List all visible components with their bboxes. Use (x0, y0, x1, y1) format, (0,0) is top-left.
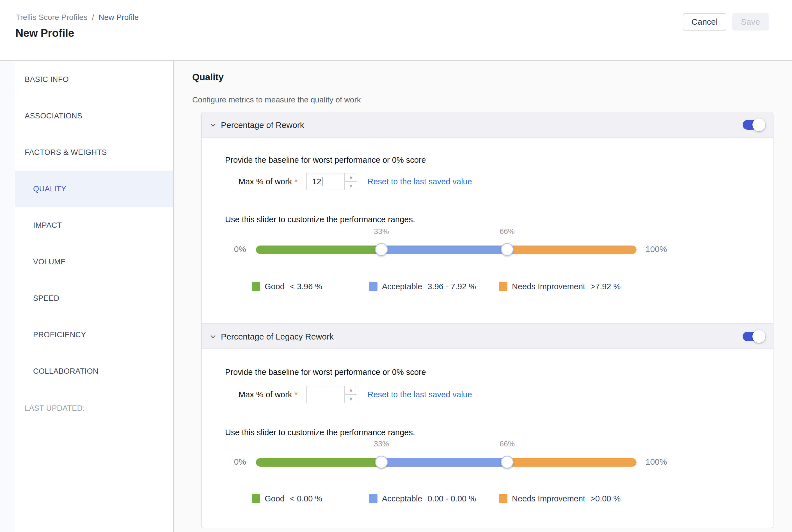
breadcrumb-separator: / (92, 13, 94, 22)
baseline-field-row: Max % of work * ∧ ∨ Reset to the last sa… (239, 385, 472, 403)
slider-segment-acceptable (381, 458, 507, 467)
sidebar-item-label: SPEED (33, 294, 59, 303)
sidebar-item-factors-weights[interactable]: FACTORS & WEIGHTS (15, 134, 173, 171)
chevron-down-icon[interactable] (209, 332, 217, 341)
handle-label-66: 66% (488, 440, 527, 449)
slider-heading: Use this slider to customize the perform… (225, 428, 415, 437)
chevron-up-icon: ∧ (349, 174, 353, 180)
page-header: Trellis Score Profiles / New Profile New… (0, 0, 792, 61)
legend-swatch-good (252, 494, 260, 503)
slider-handle-66[interactable] (501, 456, 514, 469)
section-title: Percentage of Rework (221, 112, 304, 138)
legend-value: >7.92 % (590, 282, 621, 291)
legend-swatch-acceptable (369, 282, 377, 291)
slider-max-label: 100% (645, 457, 667, 467)
chevron-down-icon[interactable] (209, 121, 217, 129)
legend-item-good: Good < 0.00 % (252, 494, 322, 504)
legend-item-needs-improvement: Needs Improvement >0.00 % (499, 494, 621, 504)
toggle-knob (752, 330, 765, 343)
number-spinner: ∧ ∨ (344, 173, 357, 190)
legend-item-acceptable: Acceptable 3.96 - 7.92 % (369, 282, 476, 291)
legend-label: Acceptable (382, 282, 422, 291)
sidebar-item-proficiency[interactable]: PROFICIENCY (15, 317, 173, 353)
chevron-down-icon: ∨ (349, 396, 353, 402)
app-root: Trellis Score Profiles / New Profile New… (0, 0, 792, 532)
sidebar-item-label: FACTORS & WEIGHTS (25, 148, 107, 157)
legend-value: 0.00 - 0.00 % (428, 494, 476, 504)
input-value: 12 (312, 177, 321, 186)
sidebar-item-quality[interactable]: QUALITY (15, 171, 173, 207)
sidebar-item-associations[interactable]: ASSOCIATIONS (15, 98, 173, 134)
range-slider[interactable] (256, 246, 637, 254)
sidebar-item-impact[interactable]: IMPACT (15, 207, 173, 244)
slider-segment-acceptable (381, 246, 507, 254)
breadcrumb-current-link[interactable]: New Profile (98, 13, 139, 22)
section-header-percentage-of-legacy-rework[interactable]: Percentage of Legacy Rework (202, 323, 773, 349)
sidebar-item-label: COLLABORATION (33, 367, 98, 376)
toggle-knob (752, 118, 765, 131)
required-asterisk: * (295, 177, 298, 186)
sidebar-item-speed[interactable]: SPEED (15, 280, 173, 317)
slider-min-label: 0% (212, 457, 246, 467)
legend-value: >0.00 % (590, 494, 621, 504)
legend-item-acceptable: Acceptable 0.00 - 0.00 % (369, 494, 476, 504)
page-title: New Profile (15, 27, 74, 39)
spinner-up-button[interactable]: ∧ (345, 386, 357, 394)
required-asterisk: * (295, 390, 298, 399)
legend-value: < 3.96 % (290, 282, 322, 291)
slider-heading: Use this slider to customize the perform… (225, 214, 415, 225)
max-work-label: Max % of work (239, 177, 292, 186)
handle-label-33: 33% (362, 227, 401, 236)
range-slider[interactable] (256, 458, 637, 467)
slider-segment-good (256, 246, 381, 254)
reset-link[interactable]: Reset to the last saved value (367, 177, 472, 186)
main-panel: Quality Configure metrics to measure the… (174, 61, 792, 532)
max-work-input[interactable]: 12 ∧ ∨ (306, 173, 357, 190)
sidebar-item-label: QUALITY (33, 185, 66, 193)
section-title: Percentage of Legacy Rework (221, 324, 334, 349)
left-gutter (0, 61, 15, 532)
spinner-down-button[interactable]: ∨ (345, 394, 357, 403)
legend-label: Acceptable (382, 494, 422, 504)
legend-item-good: Good < 3.96 % (252, 282, 322, 291)
text-caret (322, 177, 322, 186)
cancel-button[interactable]: Cancel (683, 13, 726, 31)
legend-item-needs-improvement: Needs Improvement >7.92 % (499, 282, 621, 291)
slider-handle-33[interactable] (375, 456, 388, 469)
sidebar-item-volume[interactable]: VOLUME (15, 244, 173, 280)
slider-handle-66[interactable] (501, 243, 514, 256)
metric-toggle[interactable] (742, 120, 765, 130)
legend-swatch-good (252, 282, 260, 291)
slider-handle-33[interactable] (375, 243, 388, 256)
legend-swatch-needs-improvement (499, 282, 507, 291)
spinner-down-button[interactable]: ∨ (345, 181, 357, 190)
chevron-up-icon: ∧ (349, 387, 353, 393)
sidebar-item-label: BASIC INFO (25, 75, 69, 84)
save-button[interactable]: Save (732, 13, 769, 31)
legend-label: Good (265, 494, 285, 504)
quality-metrics-card: Percentage of Rework Provide the baselin… (201, 112, 773, 528)
section-page-subtitle: Configure metrics to measure the quality… (192, 95, 361, 104)
slider-segment-good (256, 458, 381, 467)
last-updated-label: LAST UPDATED: (15, 395, 173, 421)
slider-segment-needs-improvement (507, 246, 637, 254)
max-work-input[interactable]: ∧ ∨ (306, 386, 357, 403)
sidebar-item-label: ASSOCIATIONS (25, 112, 82, 120)
sidebar-item-label: VOLUME (33, 258, 66, 266)
number-spinner: ∧ ∨ (344, 386, 357, 403)
breadcrumb: Trellis Score Profiles / New Profile (16, 13, 139, 22)
sidebar-item-label: IMPACT (33, 221, 62, 230)
sidebar-item-basic-info[interactable]: BASIC INFO (15, 61, 173, 98)
breadcrumb-parent-link[interactable]: Trellis Score Profiles (16, 13, 88, 22)
max-work-label: Max % of work (239, 390, 292, 399)
section-header-percentage-of-rework[interactable]: Percentage of Rework (202, 112, 773, 138)
slider-min-label: 0% (212, 244, 246, 254)
spinner-up-button[interactable]: ∧ (345, 173, 357, 181)
section-page-title: Quality (192, 72, 224, 82)
metric-toggle[interactable] (742, 332, 765, 341)
legend-swatch-needs-improvement (499, 494, 507, 503)
sidebar-item-collaboration[interactable]: COLLABORATION (15, 353, 173, 390)
reset-link[interactable]: Reset to the last saved value (367, 390, 472, 399)
sidebar-item-label: PROFICIENCY (33, 330, 86, 339)
handle-label-33: 33% (362, 440, 401, 449)
